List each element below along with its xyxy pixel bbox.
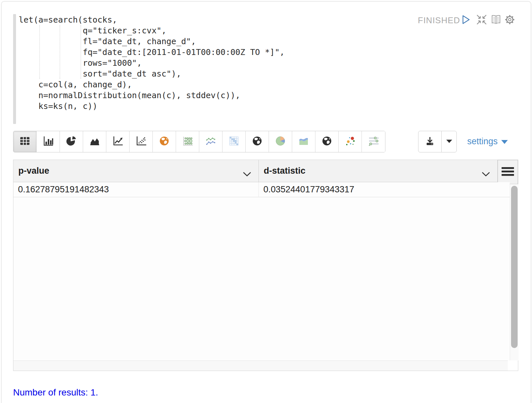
indent-guide xyxy=(80,25,81,79)
vertical-scrollbar[interactable] xyxy=(510,184,519,360)
caret-down-icon xyxy=(501,140,508,144)
table-cell-d-statistic: 0.03524401779343317 xyxy=(259,182,510,197)
table-cell-p-value: 0.16278795191482343 xyxy=(13,182,259,197)
multi-line-chart-icon xyxy=(205,135,217,148)
viz-button-area-chart-colored[interactable] xyxy=(292,131,315,152)
chevron-down-icon[interactable] xyxy=(243,169,251,179)
viz-button-table[interactable] xyxy=(13,131,37,152)
show-editor-button[interactable] xyxy=(490,14,502,26)
column-header-label: d-statistic xyxy=(264,166,306,176)
download-icon xyxy=(424,135,436,148)
viz-button-pie-chart[interactable] xyxy=(60,131,83,152)
line-chart-icon xyxy=(112,135,124,148)
gear-icon xyxy=(504,14,516,27)
download-options-button[interactable] xyxy=(441,131,456,152)
indent-guide xyxy=(39,25,40,79)
scatter-chart-icon xyxy=(135,135,147,148)
hamburger-menu-icon xyxy=(501,166,514,178)
collapse-output-button[interactable] xyxy=(476,14,488,26)
area-chart-icon xyxy=(89,135,100,148)
sliders-icon xyxy=(368,135,380,148)
column-header-d-statistic[interactable]: d-statistic xyxy=(259,160,498,182)
pie-chart-icon xyxy=(65,135,77,148)
heatmap-icon xyxy=(228,135,240,148)
pie-chart-colored-icon xyxy=(275,135,286,148)
results-count-text: Number of results: 1. xyxy=(13,387,98,398)
viz-button-bubble-chart[interactable] xyxy=(176,131,199,152)
column-header-p-value[interactable]: p-value xyxy=(13,160,259,182)
viz-button-area-chart[interactable] xyxy=(83,131,106,152)
viz-button-heatmap[interactable] xyxy=(222,131,246,152)
status-badge: FINISHED xyxy=(418,15,460,26)
settings-label: settings xyxy=(467,136,498,147)
paragraph-settings-button[interactable] xyxy=(504,14,516,26)
download-button[interactable] xyxy=(418,131,441,152)
vertical-scrollbar-thumb[interactable] xyxy=(511,186,518,348)
bubble-chart-icon xyxy=(182,135,193,148)
download-split-button xyxy=(418,131,457,152)
table-body: 0.16278795191482343 0.03524401779343317 xyxy=(13,182,510,360)
globe-dark-icon xyxy=(251,135,263,148)
collapse-icon xyxy=(476,14,488,27)
play-icon xyxy=(460,14,471,27)
book-icon xyxy=(490,14,502,26)
result-table: p-value d-statistic 0.16278795191482343 … xyxy=(13,160,518,371)
scatter-colored-icon xyxy=(344,135,356,148)
scrollbar-corner xyxy=(508,360,518,371)
bar-chart-icon xyxy=(42,135,54,148)
globe-orange-icon xyxy=(158,135,170,148)
code-gutter-bar xyxy=(13,14,16,124)
caret-down-icon xyxy=(446,139,453,145)
viz-button-globe[interactable] xyxy=(246,131,269,152)
table-menu-button[interactable] xyxy=(498,160,518,184)
code-editor[interactable]: let(a=search(stocks, q="ticker_s:cvx", f… xyxy=(19,14,285,112)
viz-toolbar xyxy=(13,131,385,152)
viz-button-globe-2[interactable] xyxy=(315,131,339,152)
viz-button-multi-line-chart[interactable] xyxy=(199,131,222,152)
globe-dark-icon xyxy=(321,135,333,148)
run-paragraph-button[interactable] xyxy=(460,14,472,26)
chevron-down-icon[interactable] xyxy=(482,169,490,179)
viz-button-pie-chart-colored[interactable] xyxy=(269,131,292,152)
viz-button-bar-chart[interactable] xyxy=(37,131,60,152)
viz-button-scatter-chart[interactable] xyxy=(130,131,153,152)
area-chart-colored-icon xyxy=(298,135,310,148)
settings-dropdown[interactable]: settings xyxy=(467,132,508,150)
indent-guide xyxy=(60,25,60,79)
viz-button-map[interactable] xyxy=(153,131,176,152)
horizontal-scrollbar[interactable] xyxy=(13,360,508,371)
viz-button-line-chart[interactable] xyxy=(106,131,130,152)
viz-button-sliders[interactable] xyxy=(362,131,385,152)
viz-button-scatter-colored[interactable] xyxy=(339,131,362,152)
column-header-label: p-value xyxy=(18,166,49,176)
table-icon xyxy=(19,135,31,148)
